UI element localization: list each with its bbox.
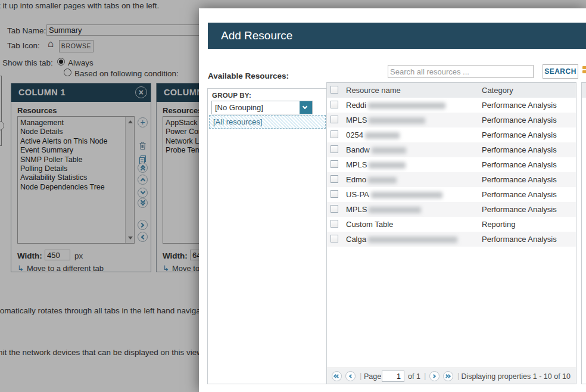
- resource-name-cell: 0254: [346, 127, 400, 142]
- row-checkbox[interactable]: [331, 190, 338, 198]
- pagination-status: Displaying properties 1 - 10 of 10: [462, 372, 571, 381]
- pagination-bar: | Page of 1 | | Displaying properties 1 …: [327, 368, 576, 384]
- category-cell: Performance Analysis: [482, 172, 557, 187]
- redacted-text: [369, 117, 425, 124]
- category-cell: Performance Analysis: [482, 142, 557, 157]
- resource-name-cell: US-PA: [346, 187, 442, 202]
- redacted-text: [369, 162, 406, 169]
- separator: |: [360, 371, 361, 380]
- separator: |: [424, 371, 426, 380]
- group-by-panel: GROUP BY: [No Grouping] [All resources]: [207, 88, 328, 384]
- row-checkbox[interactable]: [331, 205, 338, 213]
- table-header-row: Resource name Category: [327, 83, 576, 98]
- header-category[interactable]: Category: [482, 83, 513, 98]
- category-cell: Performance Analysis: [482, 98, 557, 113]
- resource-name-cell: Reddi: [346, 98, 445, 113]
- row-checkbox[interactable]: [331, 235, 338, 242]
- row-checkbox[interactable]: [331, 101, 338, 108]
- header-resource-name[interactable]: Resource name: [346, 83, 401, 98]
- row-checkbox[interactable]: [331, 220, 338, 228]
- next-page-button[interactable]: [429, 371, 440, 381]
- resource-name-cell: Calga: [346, 232, 457, 247]
- resource-name-cell: MPLS: [346, 113, 425, 127]
- resources-table: Resource name Category ReddiPerformance …: [326, 82, 576, 384]
- category-cell: Performance Analysis: [482, 113, 557, 127]
- dialog-title: Add Resource: [208, 23, 586, 49]
- redacted-text: [372, 147, 406, 154]
- table-row[interactable]: EdmoPerformance Analysis: [327, 172, 576, 187]
- redacted-text: [368, 177, 397, 183]
- chevron-down-icon: [303, 104, 307, 109]
- dialog-titlebar: Add Resource: [208, 23, 586, 49]
- available-resources-label: Available Resources:: [208, 71, 289, 80]
- table-row[interactable]: Custom TableReporting: [327, 217, 576, 232]
- table-row[interactable]: MPLSPerformance Analysis: [327, 202, 576, 217]
- group-by-value: [No Grouping]: [212, 101, 312, 114]
- resource-name-cell: Edmo: [346, 172, 397, 187]
- chevron-left-icon: [349, 374, 353, 378]
- prev-page-button[interactable]: [345, 371, 356, 381]
- resource-name-cell: MPLS: [346, 157, 406, 172]
- page-of-label: of 1: [408, 372, 420, 381]
- clipped-right-panel: [581, 82, 586, 384]
- row-checkbox[interactable]: [331, 116, 338, 123]
- category-cell: Reporting: [482, 217, 515, 232]
- add-resource-dialog: Add Resource Available Resources: SEARCH…: [199, 8, 586, 392]
- group-by-select[interactable]: [No Grouping]: [211, 101, 313, 114]
- table-row[interactable]: US-PAPerformance Analysis: [327, 187, 576, 202]
- search-button[interactable]: SEARCH: [543, 64, 578, 79]
- category-cell: Performance Analysis: [482, 127, 557, 142]
- redacted-text: [368, 102, 445, 109]
- category-cell: Performance Analysis: [482, 187, 557, 202]
- page-number-input[interactable]: [382, 371, 404, 382]
- row-checkbox[interactable]: [331, 160, 338, 168]
- table-row[interactable]: ReddiPerformance Analysis: [327, 98, 576, 113]
- search-input[interactable]: [388, 65, 534, 78]
- redacted-text: [368, 237, 457, 243]
- page-label: Page: [364, 372, 381, 381]
- category-cell: Performance Analysis: [482, 232, 557, 247]
- redacted-text: [365, 132, 400, 139]
- row-checkbox[interactable]: [331, 175, 338, 183]
- last-page-button[interactable]: [443, 371, 453, 381]
- redacted-text: [369, 207, 421, 213]
- group-item-all-resources[interactable]: [All resources]: [209, 115, 326, 129]
- group-by-label: GROUP BY:: [212, 92, 251, 99]
- redacted-text: [371, 192, 442, 198]
- select-all-checkbox[interactable]: [331, 86, 338, 94]
- row-checkbox[interactable]: [331, 130, 338, 138]
- table-row[interactable]: CalgaPerformance Analysis: [327, 232, 576, 247]
- dropdown-button[interactable]: [300, 101, 312, 114]
- row-checkbox[interactable]: [331, 145, 338, 153]
- category-cell: Performance Analysis: [482, 202, 557, 217]
- category-cell: Performance Analysis: [482, 157, 557, 172]
- table-row[interactable]: 0254Performance Analysis: [327, 127, 576, 142]
- table-row[interactable]: MPLSPerformance Analysis: [327, 157, 576, 172]
- table-row[interactable]: BandwPerformance Analysis: [327, 142, 576, 157]
- chevron-right-icon: [432, 374, 436, 378]
- resource-name-cell: Bandw: [346, 142, 406, 157]
- first-page-button[interactable]: [332, 371, 342, 381]
- resource-name-cell: Custom Table: [346, 217, 393, 232]
- clipped-warning-icon: [582, 65, 586, 77]
- resource-name-cell: MPLS: [346, 202, 421, 217]
- separator: |: [457, 371, 459, 380]
- table-row[interactable]: MPLSPerformance Analysis: [327, 113, 576, 127]
